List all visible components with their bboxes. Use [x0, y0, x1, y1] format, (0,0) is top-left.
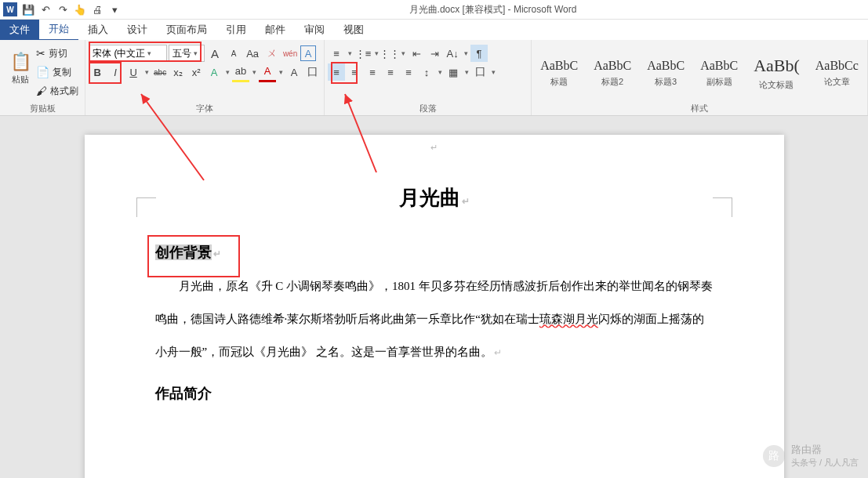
- style-name: 标题: [550, 76, 568, 88]
- chevron-down-icon[interactable]: ▾: [399, 49, 407, 57]
- group-font: 宋体 (中文正▾ 五号▾ A A Aa ㄨ wén A B I U ▾ abc …: [85, 40, 325, 115]
- italic-button[interactable]: I: [107, 63, 124, 81]
- chevron-down-icon[interactable]: ▾: [143, 68, 151, 76]
- font-size-select[interactable]: 五号▾: [169, 45, 205, 62]
- multilevel-button[interactable]: ⋮⋮: [381, 45, 398, 62]
- font-family-select[interactable]: 宋体 (中文正▾: [89, 45, 167, 62]
- subscript-button[interactable]: x₂: [169, 63, 187, 81]
- distribute-button[interactable]: ≡: [400, 63, 417, 81]
- page: ↵ 月光曲↵ 创作背景↵ 月光曲，原名《升 C 小调钢琴奏鸣曲》，1801 年贝…: [85, 135, 784, 478]
- doc-subheading-1: 创作背景↵: [155, 243, 714, 262]
- paste-button[interactable]: 📋 粘贴: [6, 45, 35, 92]
- group-clipboard: 📋 粘贴 ✂剪切 📄复制 🖌格式刷 剪贴板: [0, 40, 85, 115]
- group-paragraph: ≡▾ ⋮≡▾ ⋮⋮▾ ⇤ ⇥ A↓▾ ¶ ≡ ≡ ≡ ≡ ≡ ↕▾ ▦▾ 囗▾ …: [325, 40, 532, 115]
- tab-view[interactable]: 视图: [334, 20, 373, 40]
- style-preview: AaBbC: [540, 59, 578, 73]
- touch-mode-icon[interactable]: 👆: [74, 3, 86, 16]
- copy-icon: 📄: [36, 66, 49, 78]
- paste-label: 粘贴: [12, 74, 29, 85]
- shrink-font-button[interactable]: A: [225, 45, 242, 62]
- change-case-button[interactable]: Aa: [244, 45, 261, 62]
- text-effects-button[interactable]: A: [205, 63, 223, 81]
- style-item-1[interactable]: AaBbC标题2: [587, 56, 638, 90]
- bullets-button[interactable]: ≡: [328, 45, 345, 62]
- chevron-down-icon[interactable]: ▾: [463, 68, 470, 76]
- style-name: 副标题: [706, 76, 732, 88]
- bold-button[interactable]: B: [89, 63, 106, 81]
- chevron-down-icon: ▾: [145, 49, 153, 57]
- shading-button[interactable]: ▦: [445, 63, 462, 81]
- underline-button[interactable]: U: [125, 63, 142, 81]
- group-label-clipboard: 剪贴板: [30, 101, 56, 115]
- chevron-down-icon[interactable]: ▾: [462, 49, 470, 57]
- chevron-down-icon[interactable]: ▾: [250, 68, 258, 76]
- decrease-indent-button[interactable]: ⇤: [408, 45, 425, 62]
- save-icon[interactable]: 💾: [22, 3, 35, 16]
- phonetic-guide-button[interactable]: wén: [281, 45, 299, 62]
- tab-insert[interactable]: 插入: [78, 20, 118, 40]
- brush-icon: 🖌: [36, 85, 47, 97]
- sort-button[interactable]: A↓: [444, 45, 461, 62]
- tab-references[interactable]: 引用: [216, 20, 256, 40]
- ribbon: 📋 粘贴 ✂剪切 📄复制 🖌格式刷 剪贴板 宋体 (中文正▾ 五号▾ A A A…: [0, 40, 868, 116]
- strikethrough-button[interactable]: abc: [151, 63, 169, 81]
- align-justify-button[interactable]: ≡: [382, 63, 399, 81]
- align-center-button[interactable]: ≡: [346, 63, 363, 81]
- tab-file[interactable]: 文件: [0, 20, 39, 40]
- chevron-down-icon[interactable]: ▾: [489, 68, 497, 76]
- cut-icon: ✂: [36, 47, 45, 60]
- paste-icon: 📋: [10, 52, 31, 72]
- chevron-down-icon: ▾: [191, 49, 199, 57]
- style-item-3[interactable]: AaBbC副标题: [693, 56, 745, 90]
- line-spacing-button[interactable]: ↕: [418, 63, 435, 81]
- style-item-2[interactable]: AaBbC标题3: [640, 56, 692, 90]
- style-preview: AaBbC: [647, 59, 685, 73]
- show-marks-button[interactable]: ¶: [470, 45, 488, 62]
- style-item-0[interactable]: AaBbC标题: [533, 56, 585, 90]
- undo-icon[interactable]: ↶: [39, 3, 52, 16]
- style-item-5[interactable]: AaBbCc论文章: [808, 56, 866, 90]
- numbering-button[interactable]: ⋮≡: [354, 45, 372, 62]
- ribbon-tabs: 文件 开始 插入 设计 页面布局 引用 邮件 审阅 视图: [0, 20, 868, 40]
- increase-indent-button[interactable]: ⇥: [426, 45, 443, 62]
- qat-more-icon[interactable]: ▾: [108, 3, 121, 16]
- group-styles: AaBbC标题AaBbC标题2AaBbC标题3AaBbC副标题AaBb(论文标题…: [532, 40, 868, 115]
- style-name: 标题3: [655, 76, 677, 88]
- circled-char-button[interactable]: A: [285, 63, 303, 81]
- chevron-down-icon[interactable]: ▾: [436, 68, 444, 76]
- group-label-font: 字体: [196, 101, 213, 115]
- style-preview: AaBbC: [700, 59, 738, 73]
- document-canvas[interactable]: ↵ 月光曲↵ 创作背景↵ 月光曲，原名《升 C 小调钢琴奏鸣曲》，1801 年贝…: [0, 116, 868, 478]
- style-preview: AaBbC: [594, 59, 631, 73]
- chevron-down-icon[interactable]: ▾: [346, 49, 354, 57]
- tab-mail[interactable]: 邮件: [256, 20, 295, 40]
- tab-design[interactable]: 设计: [118, 20, 157, 40]
- char-border-button[interactable]: A: [300, 45, 316, 61]
- align-right-button[interactable]: ≡: [364, 63, 381, 81]
- tab-home[interactable]: 开始: [39, 19, 78, 41]
- watermark: 路 路由器 头条号 / 凡人凡言: [763, 443, 859, 469]
- tab-layout[interactable]: 页面布局: [157, 20, 216, 40]
- doc-paragraph: 月光曲，原名《升 C 小调钢琴奏鸣曲》，1801 年贝多芬在经历情感波折后创作出…: [155, 270, 714, 368]
- font-color-button[interactable]: A: [259, 63, 276, 82]
- cut-button[interactable]: ✂剪切: [36, 45, 78, 62]
- chevron-down-icon[interactable]: ▾: [277, 68, 285, 76]
- char-shading-button[interactable]: 囗: [303, 63, 321, 81]
- copy-button[interactable]: 📄复制: [36, 63, 78, 81]
- group-label-styles: 样式: [691, 101, 708, 115]
- style-item-4[interactable]: AaBb(论文标题: [746, 53, 807, 93]
- superscript-button[interactable]: x²: [187, 63, 205, 81]
- chevron-down-icon[interactable]: ▾: [223, 68, 231, 76]
- clear-format-button[interactable]: ㄨ: [263, 45, 280, 62]
- style-preview: AaBb(: [754, 56, 800, 76]
- border-button[interactable]: 囗: [471, 63, 488, 81]
- redo-icon[interactable]: ↷: [56, 3, 69, 16]
- word-app-icon[interactable]: W: [3, 2, 17, 16]
- quick-print-icon[interactable]: 🖨: [91, 3, 104, 16]
- highlight-button[interactable]: ab: [232, 63, 249, 82]
- format-painter-button[interactable]: 🖌格式刷: [36, 82, 78, 100]
- title-bar: W 💾 ↶ ↷ 👆 🖨 ▾ 月光曲.docx [兼容模式] - Microsof…: [0, 0, 868, 20]
- align-left-button[interactable]: ≡: [328, 63, 345, 81]
- grow-font-button[interactable]: A: [206, 45, 223, 62]
- tab-review[interactable]: 审阅: [295, 20, 334, 40]
